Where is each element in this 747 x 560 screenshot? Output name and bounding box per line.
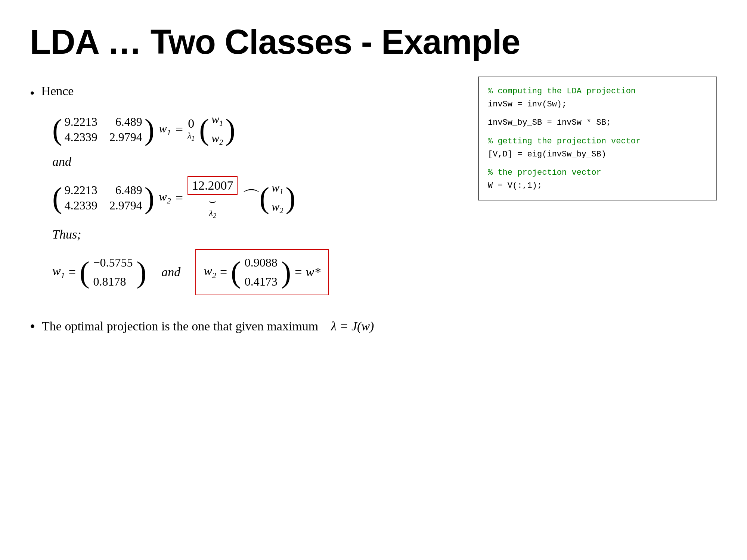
- vec1-bracket-left: (: [199, 115, 209, 144]
- w1-final-bracket-left: (: [80, 257, 90, 287]
- bracket-left-1: (: [52, 115, 62, 144]
- m2-21: 4.2339: [65, 199, 97, 212]
- code-line-9: % the projection vector: [488, 166, 707, 179]
- bracket-right-2: ): [145, 183, 155, 213]
- code-line-4: invSw_by_SB = invSw * SB;: [488, 116, 707, 129]
- matrix-1-wrapper: ( 9.2213 6.489 4.2339 2.9794 ): [52, 115, 154, 144]
- vec2-w2: w2: [272, 200, 283, 215]
- math-section: ( 9.2213 6.489 4.2339 2.9794 ) w1 =: [52, 112, 456, 295]
- m1-12: 6.489: [109, 115, 142, 129]
- hence-text: Hence: [41, 84, 74, 98]
- lambda-eq: λ = J(w): [331, 319, 374, 333]
- code-box: % computing the LDA projection invSw = i…: [478, 77, 717, 200]
- w1-label: w1: [159, 122, 171, 137]
- w2-final-vector: 0.9088 0.4173: [245, 256, 278, 289]
- right-panel: % computing the LDA projection invSw = i…: [478, 77, 717, 335]
- w2-top: 0.9088: [245, 256, 278, 270]
- vector-1: ( w1 w2 ): [199, 112, 235, 147]
- vec1-content: w1 w2: [211, 112, 223, 147]
- vec1-w2: w2: [211, 131, 223, 147]
- lambda2-brace: ⌣: [209, 195, 216, 208]
- vec2-content: w1 w2: [272, 181, 283, 215]
- vec2-curve: ⌒: [242, 186, 261, 211]
- w1-top: −0.5755: [93, 256, 133, 270]
- bottom-bullet: • The optimal projection is the one that…: [30, 318, 456, 335]
- m1-11: 9.2213: [65, 115, 97, 129]
- code-line-10: W = V(:,1);: [488, 179, 707, 192]
- vec2-w1: w1: [272, 181, 283, 196]
- w1-final-vector: −0.5755 0.8178: [93, 256, 133, 289]
- w2-final-bracket-right: ): [281, 257, 291, 287]
- w-star-label: w*: [306, 265, 321, 279]
- w1-final-eq: =: [69, 265, 76, 279]
- and-label-1: and: [52, 155, 456, 169]
- content-area: • Hence ( 9.2213 6.489 4.2339 2.9794: [30, 77, 717, 335]
- w2-final-eq2: =: [295, 265, 302, 279]
- scalar-1-annotation: 0 λ1: [187, 116, 195, 143]
- bottom-bullet-dot: •: [30, 318, 35, 335]
- eq2-equals: =: [176, 190, 183, 206]
- eq1-equals: =: [176, 122, 183, 137]
- matrix-1-content: 9.2213 6.489 4.2339 2.9794: [65, 115, 142, 144]
- w1-final-bracket-right: ): [137, 257, 147, 287]
- m1-22: 2.9794: [109, 130, 142, 144]
- bullet-hence: • Hence: [30, 84, 456, 101]
- code-line-7: [V,D] = eig(invSw_by_SB): [488, 148, 707, 161]
- vec2-bracket-right: ): [285, 183, 295, 213]
- left-panel: • Hence ( 9.2213 6.489 4.2339 2.9794: [30, 77, 456, 335]
- w2-final-bracket-left: (: [231, 257, 241, 287]
- matrix-2-content: 9.2213 6.489 4.2339 2.9794: [65, 183, 142, 212]
- m2-12: 6.489: [109, 183, 142, 197]
- w2-final-label: w2: [204, 264, 216, 280]
- and-label-2: and: [161, 265, 180, 279]
- bottom-bullet-text: The optimal projection is the one that g…: [42, 319, 374, 333]
- m1-21: 4.2339: [65, 130, 97, 144]
- code-line-1: % computing the LDA projection: [488, 85, 707, 98]
- code-line-2: invSw = inv(Sw);: [488, 98, 707, 111]
- w2-final-redbox: w2 = ( 0.9088 0.4173 ) = w*: [195, 249, 329, 295]
- w1-final-label: w1: [52, 264, 65, 280]
- scalar-2-annotation: 12.2007 ⌣ λ2: [187, 176, 238, 220]
- lambda1-sub: λ1: [187, 131, 195, 143]
- matrix-2-wrapper: ( 9.2213 6.489 4.2339 2.9794 ): [52, 183, 154, 213]
- w2-bottom: 0.4173: [245, 275, 278, 289]
- code-blank-3: [488, 161, 707, 166]
- vec2-bracket-left: (: [259, 183, 269, 213]
- scalar-2-value: 12.2007: [192, 178, 233, 192]
- w1-final: w1 = ( −0.5755 0.8178 ): [52, 256, 146, 289]
- vector-2: ⌒ ( w1 w2 ): [242, 181, 295, 215]
- w2-final-eq: =: [220, 265, 227, 279]
- w1-bottom: 0.8178: [93, 275, 133, 289]
- bullet-dot-1: •: [30, 85, 35, 101]
- vec1-bracket-right: ): [225, 115, 235, 144]
- code-blank-2: [488, 130, 707, 135]
- lambda2-sub: λ2: [209, 208, 216, 220]
- thus-label: Thus;: [52, 227, 456, 242]
- final-equation-row: w1 = ( −0.5755 0.8178 ) and w2: [52, 249, 456, 295]
- bracket-left-2: (: [52, 183, 62, 213]
- page-title: LDA … Two Classes - Example: [30, 22, 717, 62]
- code-blank-1: [488, 111, 707, 116]
- matrix-equation-1: ( 9.2213 6.489 4.2339 2.9794 ) w1 =: [52, 112, 456, 147]
- w2-label: w2: [159, 190, 171, 206]
- m2-11: 9.2213: [65, 183, 97, 197]
- bracket-right-1: ): [145, 115, 155, 144]
- matrix-equation-2: ( 9.2213 6.489 4.2339 2.9794 ) w2 =: [52, 176, 456, 220]
- m2-22: 2.9794: [109, 199, 142, 212]
- code-line-6: % getting the projection vector: [488, 135, 707, 148]
- scalar-1-value: 0: [188, 116, 194, 131]
- vec1-w1: w1: [211, 112, 223, 128]
- scalar-2-red-box: 12.2007: [187, 176, 238, 195]
- page-container: LDA … Two Classes - Example • Hence ( 9.…: [0, 0, 747, 560]
